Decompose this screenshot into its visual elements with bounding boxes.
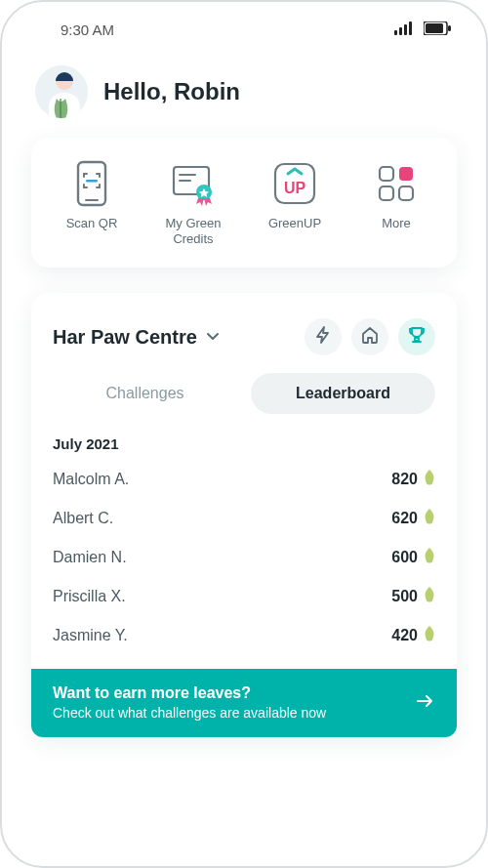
svg-rect-1 xyxy=(399,27,402,35)
phone-frame: 9:30 AM Hello, Robin xyxy=(0,0,488,868)
centre-name: Har Paw Centre xyxy=(53,326,197,349)
leaderboard-score: 500 xyxy=(391,587,435,606)
avatar[interactable] xyxy=(35,65,88,118)
card-header: Har Paw Centre xyxy=(31,312,457,367)
cta-title: Want to earn more leaves? xyxy=(53,684,326,702)
leaf-icon xyxy=(424,470,435,489)
leaderboard-card: Har Paw Centre xyxy=(31,293,457,737)
leaderboard-row: Albert C. 620 xyxy=(31,499,457,538)
leaderboard-name: Albert C. xyxy=(53,510,113,527)
greeting-row: Hello, Robin xyxy=(31,58,457,138)
leaderboard-score: 420 xyxy=(391,626,435,645)
cta-subtitle: Check out what challenges are available … xyxy=(53,705,326,721)
leaf-icon xyxy=(424,548,435,567)
score-value: 820 xyxy=(391,471,418,488)
certificate-icon xyxy=(144,157,242,210)
cta-text: Want to earn more leaves? Check out what… xyxy=(53,684,326,722)
svg-text:UP: UP xyxy=(284,180,306,196)
score-value: 420 xyxy=(391,627,418,644)
svg-rect-20 xyxy=(380,186,393,200)
greeting-text: Hello, Robin xyxy=(103,78,240,105)
quick-action-more[interactable]: More xyxy=(347,157,445,231)
trophy-icon-button[interactable] xyxy=(398,318,435,355)
home-icon xyxy=(360,325,380,349)
svg-rect-18 xyxy=(380,167,393,181)
score-value: 620 xyxy=(391,510,418,527)
centre-selector[interactable]: Har Paw Centre xyxy=(53,326,221,349)
status-icons xyxy=(394,21,451,38)
leaderboard-period: July 2021 xyxy=(31,430,457,460)
svg-rect-0 xyxy=(394,30,397,35)
leaderboard-name: Priscilla X. xyxy=(53,588,126,605)
quick-action-label: Scan QR xyxy=(43,216,141,231)
svg-rect-3 xyxy=(409,21,412,35)
arrow-right-icon xyxy=(414,690,435,716)
quick-action-green-credits[interactable]: My Green Credits xyxy=(144,157,242,246)
battery-icon xyxy=(424,21,451,38)
quick-action-label: More xyxy=(347,216,445,231)
more-grid-icon xyxy=(347,157,445,210)
quick-action-greenup[interactable]: UP GreenUP xyxy=(246,157,344,231)
leaf-icon xyxy=(424,509,435,528)
leaderboard-row: Priscilla X. 500 xyxy=(31,577,457,616)
leaderboard-name: Jasmine Y. xyxy=(53,627,128,644)
leaderboard-score: 600 xyxy=(391,548,435,567)
tabs: Challenges Leaderboard xyxy=(31,367,457,430)
status-bar: 9:30 AM xyxy=(2,2,486,44)
leaderboard-name: Damien N. xyxy=(53,549,127,566)
svg-rect-10 xyxy=(85,199,99,201)
leaf-icon xyxy=(424,587,435,606)
trophy-icon xyxy=(407,325,427,349)
scan-qr-icon xyxy=(43,157,141,210)
leaderboard-score: 820 xyxy=(391,470,435,489)
content: Hello, Robin Scan QR My Green Credits UP xyxy=(2,44,486,737)
quick-action-label: GreenUP xyxy=(246,216,344,231)
score-value: 600 xyxy=(391,549,418,566)
quick-actions-card: Scan QR My Green Credits UP GreenUP More xyxy=(31,138,457,268)
svg-rect-19 xyxy=(399,167,413,181)
bolt-icon xyxy=(313,325,333,349)
energy-icon-button[interactable] xyxy=(305,318,342,355)
score-value: 500 xyxy=(391,588,418,605)
status-time: 9:30 AM xyxy=(61,21,114,38)
header-icons xyxy=(305,318,435,355)
leaderboard-row: Damien N. 600 xyxy=(31,538,457,577)
signal-icon xyxy=(394,21,416,38)
svg-rect-9 xyxy=(78,162,105,205)
greenup-icon: UP xyxy=(246,157,344,210)
tab-challenges[interactable]: Challenges xyxy=(53,373,237,414)
leaderboard-name: Malcolm A. xyxy=(53,471,129,488)
quick-action-scan-qr[interactable]: Scan QR xyxy=(43,157,141,231)
svg-rect-2 xyxy=(404,24,407,35)
earn-leaves-cta[interactable]: Want to earn more leaves? Check out what… xyxy=(31,669,457,737)
svg-rect-11 xyxy=(86,180,98,182)
quick-action-label: My Green Credits xyxy=(144,216,242,246)
leaderboard-score: 620 xyxy=(391,509,435,528)
tab-leaderboard[interactable]: Leaderboard xyxy=(251,373,435,414)
leaderboard-row: Malcolm A. 820 xyxy=(31,460,457,499)
svg-rect-5 xyxy=(426,23,443,33)
leaf-icon xyxy=(424,626,435,645)
chevron-down-icon xyxy=(205,326,221,349)
leaderboard-row: Jasmine Y. 420 xyxy=(31,616,457,655)
home-icon-button[interactable] xyxy=(351,318,388,355)
svg-rect-21 xyxy=(399,186,413,200)
svg-rect-6 xyxy=(448,25,451,31)
